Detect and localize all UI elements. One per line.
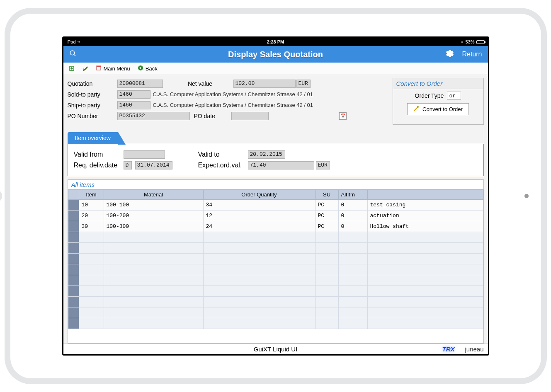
main-menu-button[interactable]: Main Menu: [96, 65, 130, 72]
clock: 2:28 PM: [267, 39, 284, 44]
cell-alt[interactable]: 0: [338, 200, 367, 211]
net-value-label: Net value: [163, 80, 233, 87]
row-selector[interactable]: [68, 286, 79, 297]
bluetooth-icon: ᚼ: [461, 39, 464, 44]
row-selector[interactable]: [68, 307, 79, 318]
convert-to-order-button[interactable]: Convert to Order: [407, 103, 469, 115]
cell-desc[interactable]: actuation: [367, 211, 483, 221]
net-value-currency[interactable]: [296, 80, 311, 88]
screen: iPad ᯤ 2:28 PM ᚼ 53% Display Sales Quota…: [62, 36, 489, 356]
wand-icon: [413, 106, 419, 113]
expect-ord-field[interactable]: [248, 161, 314, 169]
cell-alt[interactable]: 0: [338, 211, 367, 221]
cell-alt[interactable]: 0: [338, 221, 367, 232]
row-selector[interactable]: [68, 264, 79, 275]
table-row-empty[interactable]: [68, 307, 483, 318]
sold-to-field[interactable]: [117, 90, 150, 99]
items-grid[interactable]: Item Material Order Quantity SU AltItm 1…: [68, 189, 483, 343]
table-row[interactable]: 10 100-100 34 PC 0 test_casing: [68, 200, 483, 211]
cell-item[interactable]: 10: [79, 200, 104, 211]
status-right: ᚼ 53%: [461, 39, 484, 44]
cell-material[interactable]: 100-200: [104, 211, 203, 221]
row-selector[interactable]: [68, 297, 79, 307]
row-selector[interactable]: [68, 254, 79, 264]
row-selector[interactable]: [68, 318, 79, 329]
table-row-empty[interactable]: [68, 275, 483, 286]
wifi-icon: ᯤ: [77, 39, 82, 44]
home-icon: [96, 65, 102, 72]
req-deliv-field[interactable]: [135, 161, 172, 169]
cell-su[interactable]: PC: [315, 221, 338, 232]
cell-su[interactable]: PC: [315, 200, 338, 211]
carrier-label: iPad ᯤ: [67, 39, 82, 44]
table-row-empty[interactable]: [68, 243, 483, 254]
net-value-field[interactable]: [233, 80, 296, 88]
row-selector[interactable]: [68, 243, 79, 254]
row-selector[interactable]: [68, 275, 79, 286]
row-selector[interactable]: [68, 232, 79, 243]
quotation-field[interactable]: [117, 80, 163, 88]
table-row-empty[interactable]: [68, 254, 483, 264]
tab-item-overview[interactable]: Item overview: [68, 132, 118, 144]
search-icon[interactable]: [69, 50, 77, 59]
table-row-empty[interactable]: [68, 297, 483, 307]
cell-desc[interactable]: Hollow shaft: [367, 221, 483, 232]
order-type-field[interactable]: [447, 92, 461, 100]
table-row-empty[interactable]: [68, 286, 483, 297]
trx-button[interactable]: TRX: [442, 346, 455, 353]
convert-panel: Convert to Order Order Type Convert to O…: [393, 78, 484, 125]
sold-to-detail: C.A.S. Computer Application Systems / Ch…: [150, 91, 313, 97]
battery-icon: [476, 40, 485, 44]
expect-ord-currency[interactable]: [316, 161, 330, 169]
page-title: Display Sales Quotation: [228, 50, 323, 59]
row-selector[interactable]: [68, 200, 79, 211]
toolbar-btn-2[interactable]: [83, 66, 88, 72]
camera-dot: [524, 194, 529, 198]
expect-ord-label: Expect.ord.val.: [198, 162, 248, 169]
po-number-field[interactable]: [117, 112, 190, 120]
valid-from-field[interactable]: [124, 150, 165, 159]
table-row-empty[interactable]: [68, 232, 483, 243]
items-panel: All items Item Material Order Quantity: [68, 179, 484, 344]
svg-line-1: [74, 54, 75, 56]
col-alt[interactable]: AltItm: [338, 190, 367, 200]
cell-item[interactable]: 30: [79, 221, 104, 232]
cell-su[interactable]: PC: [315, 211, 338, 221]
col-su[interactable]: SU: [315, 190, 338, 200]
calendar-icon[interactable]: 📅: [339, 112, 347, 120]
row-selector[interactable]: [68, 211, 79, 221]
cell-item[interactable]: 20: [79, 211, 104, 221]
content-area: Quotation Net value Sold-to party C.A.S.…: [63, 75, 488, 344]
col-material[interactable]: Material: [104, 190, 203, 200]
cell-material[interactable]: 100-100: [104, 200, 203, 211]
col-qty[interactable]: Order Quantity: [203, 190, 315, 200]
cell-qty[interactable]: 24: [203, 221, 315, 232]
row-selector[interactable]: [68, 221, 79, 232]
table-row-empty[interactable]: [68, 264, 483, 275]
table-row[interactable]: 30 100-300 24 PC 0 Hollow shaft: [68, 221, 483, 232]
toolbar-btn-1[interactable]: [69, 66, 75, 72]
po-date-field[interactable]: [231, 112, 269, 120]
main-menu-label: Main Menu: [104, 65, 130, 72]
cell-qty[interactable]: 12: [203, 211, 315, 221]
valid-to-field[interactable]: [248, 150, 285, 159]
req-deliv-type-field[interactable]: [124, 161, 132, 169]
col-desc[interactable]: [367, 190, 483, 200]
cell-desc[interactable]: test_casing: [367, 200, 483, 211]
back-button[interactable]: Back: [138, 65, 158, 72]
username-label: juneau: [465, 346, 483, 353]
col-selector[interactable]: [68, 190, 79, 200]
gear-icon[interactable]: [445, 49, 454, 60]
cell-material[interactable]: 100-300: [104, 221, 203, 232]
svg-point-0: [70, 51, 75, 55]
ipad-frame: iPad ᯤ 2:28 PM ᚼ 53% Display Sales Quota…: [10, 14, 541, 378]
tab-content: Valid from Valid to Req. deliv.date Expe…: [68, 144, 484, 176]
quotation-label: Quotation: [68, 80, 117, 87]
return-button[interactable]: Return: [462, 51, 482, 58]
ship-to-field[interactable]: [117, 101, 150, 109]
table-row-empty[interactable]: [68, 318, 483, 329]
table-row[interactable]: 20 100-200 12 PC 0 actuation: [68, 211, 483, 221]
cell-qty[interactable]: 34: [203, 200, 315, 211]
col-item[interactable]: Item: [79, 190, 104, 200]
header-form: Quotation Net value Sold-to party C.A.S.…: [68, 78, 388, 125]
